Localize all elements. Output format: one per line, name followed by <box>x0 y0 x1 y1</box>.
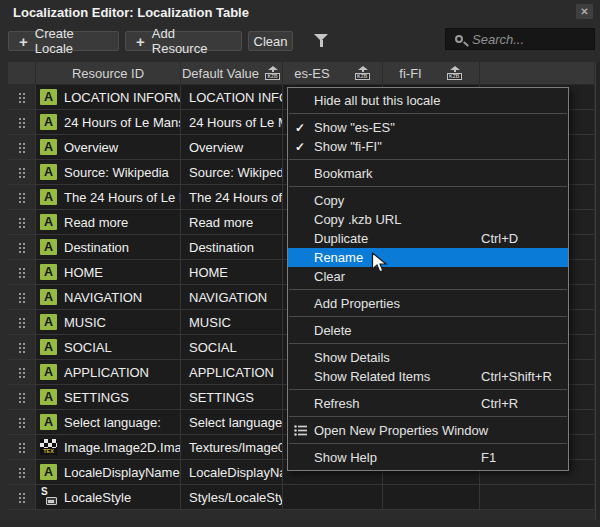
row-drag-handle[interactable] <box>8 335 36 360</box>
default-value-cell[interactable]: Styles/LocaleStyle <box>181 485 283 510</box>
row-drag-handle[interactable] <box>8 210 36 235</box>
menu-item-copy-kzb-url[interactable]: Copy .kzb URL <box>288 210 568 229</box>
resource-id-cell[interactable]: A Read more <box>36 210 181 235</box>
column-header-es-es[interactable]: es-ES KZB <box>283 62 383 84</box>
default-value-cell[interactable]: 24 Hours of Le Ma <box>181 110 283 135</box>
default-value-cell[interactable]: Textures/Image01 <box>181 435 283 460</box>
resource-id-text: LocaleStyle <box>64 490 131 505</box>
menu-item-show-fi-fi[interactable]: ✓ Show "fi-FI" <box>288 137 568 156</box>
texture-resource-icon: TEX <box>40 439 57 455</box>
resource-id-text: Image.Image2D.Imag <box>64 440 181 455</box>
menu-item-delete[interactable]: Delete <box>288 321 568 340</box>
kzb-export-icon[interactable]: KZB <box>354 66 371 80</box>
resource-id-cell[interactable]: A Overview <box>36 135 181 160</box>
resource-id-cell[interactable]: A Destination <box>36 235 181 260</box>
row-drag-handle[interactable] <box>8 285 36 310</box>
menu-item-open-new-properties-window[interactable]: Open New Properties Window <box>288 421 568 440</box>
resource-id-cell[interactable]: A HOME <box>36 260 181 285</box>
create-locale-button[interactable]: + Create Locale <box>8 31 119 51</box>
default-value-cell[interactable]: LocaleDisplayNam <box>181 460 283 485</box>
filter-icon[interactable] <box>313 34 329 48</box>
default-value-cell[interactable]: Source: Wikipedia <box>181 160 283 185</box>
default-value-text: SOCIAL <box>189 340 237 355</box>
menu-separator <box>289 343 567 344</box>
column-header-resource-id[interactable]: Resource ID <box>36 62 181 84</box>
default-value-cell[interactable]: APPLICATION <box>181 360 283 385</box>
resource-id-cell[interactable]: A LOCATION INFORMAT <box>36 85 181 110</box>
default-value-text: HOME <box>189 265 228 280</box>
properties-list-icon <box>294 421 307 440</box>
menu-item-add-properties[interactable]: Add Properties <box>288 294 568 313</box>
menu-item-show-details[interactable]: Show Details <box>288 348 568 367</box>
resource-id-cell[interactable]: A NAVIGATION <box>36 285 181 310</box>
row-drag-handle[interactable] <box>8 160 36 185</box>
default-value-cell[interactable]: Overview <box>181 135 283 160</box>
menu-item-show-es-es[interactable]: ✓ Show "es-ES" <box>288 118 568 137</box>
resource-id-cell[interactable]: A The 24 Hours of Le M <box>36 185 181 210</box>
row-drag-handle[interactable] <box>8 185 36 210</box>
menu-item-clear[interactable]: Clear <box>288 267 568 286</box>
resource-id-text: APPLICATION <box>64 365 149 380</box>
resource-id-cell[interactable]: A SETTINGS <box>36 385 181 410</box>
menu-item-hide-all-but-this-locale[interactable]: Hide all but this locale <box>288 91 568 110</box>
default-value-cell[interactable]: SOCIAL <box>181 335 283 360</box>
default-value-text: LocaleDisplayNam <box>189 465 283 480</box>
es-es-cell[interactable] <box>283 485 383 510</box>
menu-item-duplicate[interactable]: Duplicate Ctrl+D <box>288 229 568 248</box>
text-resource-icon: A <box>40 239 57 255</box>
default-value-cell[interactable]: MUSIC <box>181 310 283 335</box>
row-drag-handle[interactable] <box>8 260 36 285</box>
default-value-cell[interactable]: Destination <box>181 235 283 260</box>
add-resource-button[interactable]: + Add Resource <box>125 31 242 51</box>
scrollbar-gutter[interactable] <box>596 62 600 520</box>
table-row[interactable]: S LocaleStyle Styles/LocaleStyle <box>8 485 594 510</box>
create-locale-label: Create Locale <box>35 26 108 56</box>
menu-item-refresh[interactable]: Refresh Ctrl+R <box>288 394 568 413</box>
default-value-cell[interactable]: The 24 Hours of L <box>181 185 283 210</box>
menu-item-bookmark[interactable]: Bookmark <box>288 164 568 183</box>
default-value-cell[interactable]: Read more <box>181 210 283 235</box>
row-drag-handle[interactable] <box>8 110 36 135</box>
default-value-cell[interactable]: Select language: <box>181 410 283 435</box>
fi-fi-cell[interactable] <box>383 485 480 510</box>
default-value-cell[interactable]: HOME <box>181 260 283 285</box>
row-drag-handle[interactable] <box>8 485 36 510</box>
column-header-handle <box>8 62 36 84</box>
resource-id-cell[interactable]: A MUSIC <box>36 310 181 335</box>
clean-button[interactable]: Clean <box>248 31 293 51</box>
menu-item-copy[interactable]: Copy <box>288 191 568 210</box>
resource-id-cell[interactable]: A APPLICATION <box>36 360 181 385</box>
row-drag-handle[interactable] <box>8 385 36 410</box>
row-drag-handle[interactable] <box>8 435 36 460</box>
resource-id-cell[interactable]: S LocaleStyle <box>36 485 181 510</box>
column-header-fi-fi[interactable]: fi-FI KZB <box>383 62 480 84</box>
default-value-cell[interactable]: SETTINGS <box>181 385 283 410</box>
column-header-default-value[interactable]: Default Value KZB <box>181 62 283 84</box>
resource-id-cell[interactable]: TEX Image.Image2D.Imag <box>36 435 181 460</box>
resource-id-cell[interactable]: A 24 Hours of Le Mans <box>36 110 181 135</box>
default-value-cell[interactable]: NAVIGATION <box>181 285 283 310</box>
resource-id-cell[interactable]: A Source: Wikipedia <box>36 160 181 185</box>
kzb-export-icon[interactable]: KZB <box>446 66 463 80</box>
close-button[interactable]: ✕ <box>576 4 593 19</box>
menu-item-show-related-items[interactable]: Show Related Items Ctrl+Shift+R <box>288 367 568 386</box>
row-drag-handle[interactable] <box>8 85 36 110</box>
search-input[interactable] <box>472 29 590 49</box>
row-drag-handle[interactable] <box>8 360 36 385</box>
search-box[interactable] <box>445 28 595 50</box>
default-value-cell[interactable]: LOCATION INFOR <box>181 85 283 110</box>
kzb-export-icon[interactable]: KZB <box>264 66 281 80</box>
row-drag-handle[interactable] <box>8 460 36 485</box>
default-value-header-label: Default Value <box>182 66 259 81</box>
row-drag-handle[interactable] <box>8 410 36 435</box>
default-value-text: 24 Hours of Le Ma <box>189 115 283 130</box>
menu-item-show-help[interactable]: Show Help F1 <box>288 448 568 467</box>
resource-id-cell[interactable]: A Select language: <box>36 410 181 435</box>
row-drag-handle[interactable] <box>8 235 36 260</box>
resource-id-cell[interactable]: A LocaleDisplayName <box>36 460 181 485</box>
resource-id-cell[interactable]: A SOCIAL <box>36 335 181 360</box>
menu-item-label: Show Help <box>314 450 377 465</box>
row-drag-handle[interactable] <box>8 310 36 335</box>
row-drag-handle[interactable] <box>8 135 36 160</box>
menu-item-rename[interactable]: Rename <box>288 248 568 267</box>
